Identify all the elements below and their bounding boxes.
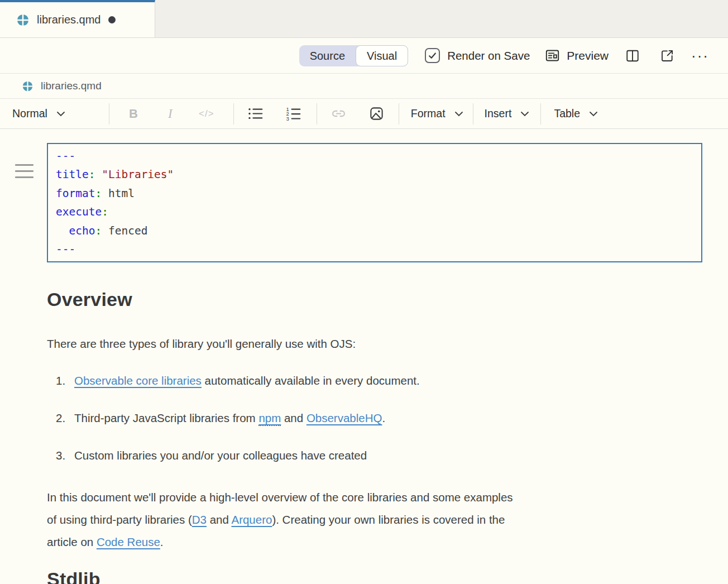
paragraph-line: article on Code Reuse. <box>47 531 681 553</box>
breadcrumb: libraries.qmd <box>0 74 728 99</box>
table-dropdown-label: Table <box>554 107 580 120</box>
insert-dropdown[interactable]: Insert <box>485 107 530 120</box>
yaml-front-matter-block[interactable]: --- title: "Libraries" format: html exec… <box>47 143 702 262</box>
yaml-key: echo <box>56 224 95 237</box>
format-dropdown-label: Format <box>411 107 446 120</box>
link-code-reuse[interactable]: Code Reuse <box>97 535 160 548</box>
image-icon <box>369 106 384 121</box>
paragraph-text: and <box>207 513 231 526</box>
open-external-button[interactable] <box>660 49 674 63</box>
visual-editor-canvas[interactable]: --- title: "Libraries" format: html exec… <box>0 143 728 584</box>
quarto-file-icon <box>22 81 33 92</box>
yaml-colon: : <box>95 224 102 237</box>
chevron-down-icon <box>56 111 65 117</box>
toolbar-divider <box>233 103 234 125</box>
spellcheck-underline: npm <box>258 411 281 426</box>
italic-button[interactable]: I <box>160 107 181 121</box>
link-button[interactable] <box>331 106 347 122</box>
editor-tab-bar: libraries.qmd <box>0 0 728 38</box>
link-icon <box>331 106 347 122</box>
bold-button[interactable]: B <box>123 107 144 121</box>
link-arquero[interactable]: Arquero <box>231 513 272 526</box>
heading-overview: Overview <box>47 288 681 310</box>
preview-label: Preview <box>567 49 609 63</box>
paragraph-text: . <box>160 535 164 548</box>
insert-dropdown-label: Insert <box>485 107 512 120</box>
list-item: 3. Custom libraries you and/or your coll… <box>56 448 681 463</box>
link-npm[interactable]: npm <box>258 411 281 424</box>
paragraph-text: article on <box>47 535 97 548</box>
yaml-delimiter: --- <box>56 243 75 256</box>
numbered-list-button[interactable]: 123 <box>285 106 302 121</box>
open-in-new-window-icon <box>660 49 674 63</box>
paragraph-line: In this document we'll provide a high-le… <box>47 486 681 509</box>
closing-paragraph: In this document we'll provide a high-le… <box>47 486 681 553</box>
list-item-text: Custom libraries you and/or your colleag… <box>74 448 367 463</box>
intro-paragraph: There are three types of library you'll … <box>47 336 681 351</box>
yaml-line: execute: <box>56 203 693 221</box>
block-drag-handle[interactable] <box>15 164 33 183</box>
list-marker: 3. <box>56 448 74 463</box>
list-item-rest: automatically available in every documen… <box>202 374 420 387</box>
yaml-line: --- <box>56 147 693 165</box>
preview-button[interactable]: Preview <box>545 48 609 63</box>
link-observablehq[interactable]: ObservableHQ <box>306 411 382 424</box>
heading-stdlib: Stdlib <box>47 568 681 584</box>
list-item-post: . <box>382 411 385 424</box>
tab-title: libraries.qmd <box>37 13 100 26</box>
bulleted-list-button[interactable] <box>247 106 264 121</box>
svg-text:3: 3 <box>286 116 289 121</box>
render-on-save-checkbox[interactable] <box>425 48 440 63</box>
link-d3[interactable]: D3 <box>192 513 207 526</box>
list-item: 1. Observable core libraries automatical… <box>56 373 681 388</box>
yaml-line: title: "Libraries" <box>56 165 693 184</box>
yaml-line: --- <box>56 240 693 259</box>
link-observable-core-libraries[interactable]: Observable core libraries <box>74 374 202 387</box>
yaml-string-value: "Libraries" <box>95 168 174 181</box>
paragraph-line: of using third-party libraries (D3 and A… <box>47 509 681 531</box>
paragraph-text: ). Creating your own libraries is covere… <box>272 513 505 526</box>
unsaved-changes-indicator <box>108 16 116 23</box>
code-button[interactable]: </> <box>193 108 220 119</box>
list-item-text: Third-party JavaScript libraries from np… <box>74 410 385 425</box>
editor-toolbar: Source Visual Render on Save Preview ··· <box>0 38 728 74</box>
yaml-colon: : <box>89 168 95 181</box>
format-dropdown[interactable]: Format <box>411 107 463 120</box>
list-item-mid: and <box>281 411 306 424</box>
yaml-key: format <box>56 187 95 200</box>
render-on-save-label[interactable]: Render on Save <box>447 49 530 63</box>
checkmark-icon <box>428 51 437 60</box>
chevron-down-icon <box>520 111 529 117</box>
table-dropdown[interactable]: Table <box>554 107 598 120</box>
tab-libraries-qmd[interactable]: libraries.qmd <box>0 0 155 37</box>
list-marker: 1. <box>56 373 74 388</box>
visual-mode-button[interactable]: Visual <box>356 45 408 66</box>
breadcrumb-file[interactable]: libraries.qmd <box>41 80 102 92</box>
more-actions-button[interactable]: ··· <box>691 50 709 61</box>
chevron-down-icon <box>454 111 463 117</box>
toolbar-divider <box>399 103 399 125</box>
yaml-value: html <box>102 187 135 200</box>
list-item: 2. Third-party JavaScript libraries from… <box>56 410 681 425</box>
split-editor-button[interactable] <box>625 49 640 63</box>
toolbar-divider <box>540 103 541 125</box>
split-pane-icon <box>625 49 640 63</box>
yaml-value: fenced <box>102 224 147 237</box>
list-item-pre: Third-party JavaScript libraries from <box>74 411 258 424</box>
yaml-delimiter: --- <box>56 150 75 162</box>
preview-icon <box>545 48 560 63</box>
toolbar-divider <box>473 103 473 125</box>
paragraph-style-dropdown[interactable]: Normal <box>12 107 65 120</box>
list-item-text: Observable core libraries automatically … <box>74 373 420 388</box>
yaml-colon: : <box>95 187 102 200</box>
numbered-list-icon: 123 <box>285 106 302 121</box>
paragraph-text: of using third-party libraries ( <box>47 513 192 526</box>
paragraph-style-label: Normal <box>12 107 47 120</box>
yaml-colon: : <box>102 205 108 218</box>
yaml-key: execute <box>56 205 102 218</box>
quarto-file-icon <box>17 14 29 26</box>
source-mode-button[interactable]: Source <box>299 45 356 66</box>
toolbar-divider <box>317 103 317 125</box>
yaml-line: echo: fenced <box>56 222 693 240</box>
image-button[interactable] <box>369 106 384 121</box>
